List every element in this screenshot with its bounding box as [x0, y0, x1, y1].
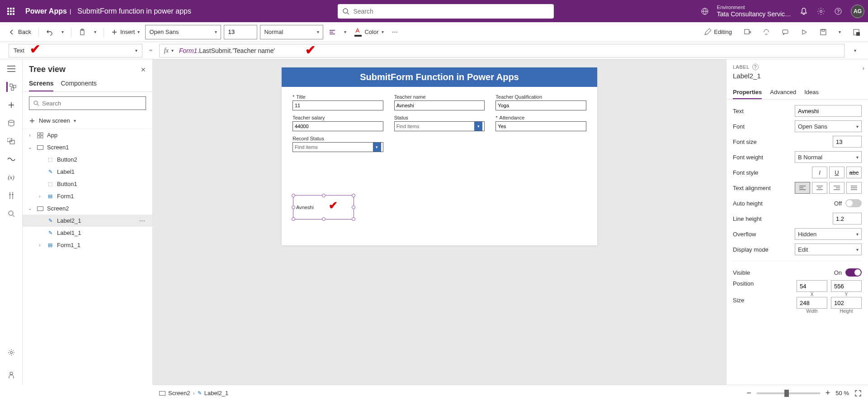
prop-displaymode[interactable]: Edit▾	[795, 243, 862, 255]
color-button[interactable]: Color ▾	[352, 26, 386, 38]
strike-button[interactable]: abc	[846, 167, 862, 178]
tree-item-label1-1[interactable]: ✎ Label1_1	[23, 227, 152, 239]
tree-item-more[interactable]: ⋯	[139, 217, 149, 224]
new-screen-button[interactable]: New screen ▾	[23, 115, 152, 127]
tab-components[interactable]: Components	[61, 76, 96, 91]
align-left[interactable]	[795, 182, 810, 194]
zoom-slider[interactable]	[757, 392, 820, 394]
prop-y[interactable]	[831, 280, 862, 292]
prop-x[interactable]	[797, 280, 827, 292]
prop-font[interactable]: Open Sans▾	[795, 120, 862, 132]
prop-text[interactable]	[795, 105, 862, 117]
insert-icon[interactable]	[6, 100, 16, 110]
editing-mode[interactable]: Editing	[701, 27, 735, 38]
tree-item-form1[interactable]: › ▤ Form1	[23, 190, 152, 202]
info-icon[interactable]: ?	[752, 64, 759, 70]
publish-button[interactable]	[850, 27, 863, 38]
tools-icon[interactable]	[6, 191, 16, 200]
undo-button[interactable]	[43, 27, 56, 38]
property-selector[interactable]: Text ▾ ✔	[9, 44, 142, 57]
align-right[interactable]	[829, 182, 844, 194]
svg-rect-8	[745, 29, 749, 34]
preview-button[interactable]	[798, 27, 811, 38]
svg-line-21	[13, 215, 14, 217]
user-avatar[interactable]: AG	[851, 5, 864, 18]
tree-item-app[interactable]: › App	[23, 129, 152, 141]
comments-button[interactable]	[779, 27, 792, 38]
selected-control[interactable]: Avneshi ✔	[293, 195, 354, 220]
control-name[interactable]: Label2_1	[726, 72, 868, 83]
more-button[interactable]: ⋯	[389, 27, 401, 37]
expand-formula[interactable]: ▾	[848, 48, 862, 53]
save-dropdown[interactable]: ▾	[836, 28, 844, 36]
prop-width[interactable]	[797, 297, 827, 309]
screen-canvas[interactable]: SubmitForm Function in Power Apps *Title…	[282, 67, 597, 245]
tree-item-screen1[interactable]: ⌄ Screen1	[23, 141, 152, 153]
tab-screens[interactable]: Screens	[29, 76, 53, 91]
font-family-select[interactable]: Open Sans▾	[145, 25, 221, 39]
prop-overflow[interactable]: Hidden▾	[795, 228, 862, 240]
zoom-in[interactable]: +	[826, 388, 830, 398]
media-icon[interactable]	[6, 136, 16, 146]
font-weight-select[interactable]: Normal▾	[260, 25, 323, 39]
tab-advanced[interactable]: Advanced	[770, 86, 796, 99]
app-checker-button[interactable]	[760, 27, 773, 38]
collapse-panel[interactable]: ›	[863, 65, 864, 72]
paste-dropdown[interactable]: ▾	[91, 28, 99, 36]
fit-to-screen[interactable]	[854, 390, 862, 397]
back-button[interactable]: Back	[5, 27, 34, 38]
italic-button[interactable]: I	[812, 167, 827, 178]
insert-button[interactable]: Insert ▾	[108, 27, 143, 37]
help-icon[interactable]: ?	[834, 7, 843, 16]
close-tree-button[interactable]: ✕	[141, 66, 146, 73]
tree-item-button1[interactable]: ⬚ Button1	[23, 178, 152, 190]
tree-search[interactable]	[29, 96, 146, 110]
zoom-out[interactable]: −	[746, 388, 751, 398]
chevron-down-icon: ▾	[373, 143, 381, 152]
search-input[interactable]	[353, 8, 549, 15]
canvas-area[interactable]: SubmitForm Function in Power Apps *Title…	[153, 59, 726, 385]
font-size-input[interactable]	[224, 25, 257, 39]
global-search[interactable]	[338, 4, 554, 19]
flows-icon[interactable]	[6, 154, 16, 164]
prop-lineheight[interactable]	[833, 213, 862, 224]
tree-item-form1-1[interactable]: › ▤ Form1_1	[23, 239, 152, 251]
tree-item-button2[interactable]: ⬚ Button2	[23, 153, 152, 166]
search-rail-icon[interactable]	[6, 209, 16, 219]
svg-rect-29	[41, 136, 43, 138]
settings-rail-icon[interactable]	[6, 348, 16, 358]
breadcrumb[interactable]: Screen2 › ✎ Label2_1	[159, 390, 228, 396]
svg-line-1	[347, 13, 349, 14]
annotation-check-icon: ✔	[329, 199, 338, 212]
formula-input[interactable]: fx▾ Form1.LastSubmit.'Teacher name' ✔	[159, 44, 844, 57]
prop-fontweight[interactable]: B Normal▾	[795, 151, 862, 163]
tree-view-icon[interactable]	[6, 82, 16, 92]
settings-icon[interactable]	[816, 7, 826, 16]
app-launcher[interactable]	[4, 4, 18, 19]
environment-picker[interactable]: Environment Tata Consultancy Servic…	[717, 5, 791, 18]
prop-height[interactable]	[831, 297, 862, 309]
align-button[interactable]	[326, 27, 339, 38]
copilot-rail-icon[interactable]	[6, 370, 16, 380]
share-button[interactable]	[741, 27, 754, 38]
align-center[interactable]	[812, 182, 827, 194]
align-dropdown[interactable]: ▾	[341, 28, 349, 36]
autoheight-toggle[interactable]	[845, 199, 862, 207]
undo-dropdown[interactable]: ▾	[59, 28, 66, 36]
tab-ideas[interactable]: Ideas	[804, 86, 819, 99]
tab-properties[interactable]: Properties	[733, 86, 762, 99]
paste-button[interactable]	[76, 27, 89, 38]
svg-line-25	[37, 104, 39, 106]
prop-fontsize[interactable]	[833, 136, 862, 148]
underline-button[interactable]: U	[829, 167, 844, 178]
notifications-icon[interactable]	[799, 7, 808, 16]
hamburger-icon[interactable]	[6, 64, 16, 74]
visible-toggle[interactable]	[845, 268, 862, 277]
tree-item-label2-1[interactable]: ✎ Label2_1 ⋯	[23, 215, 152, 227]
tree-item-screen2[interactable]: ⌄ Screen2	[23, 202, 152, 215]
tree-item-label1[interactable]: ✎ Label1	[23, 166, 152, 178]
data-icon[interactable]	[6, 118, 16, 128]
variables-icon[interactable]: (x)	[6, 172, 16, 182]
align-justify[interactable]	[846, 182, 862, 194]
save-button[interactable]	[817, 27, 830, 38]
